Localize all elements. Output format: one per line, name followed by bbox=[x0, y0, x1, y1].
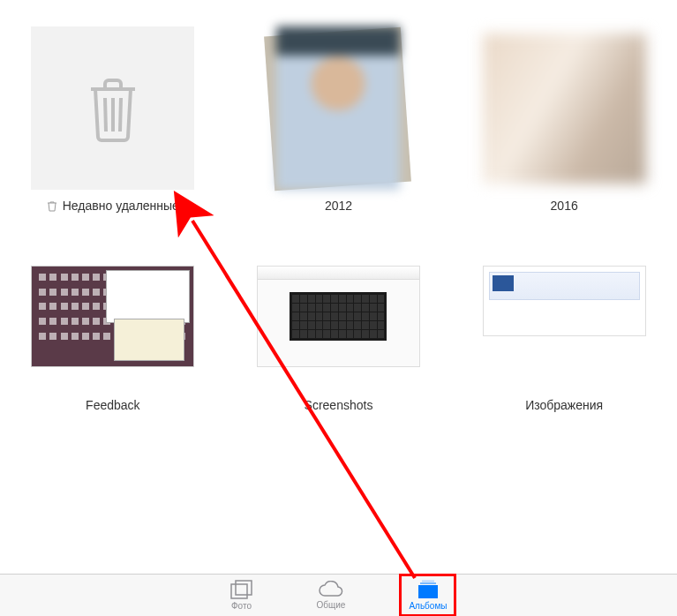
album-label: Feedback bbox=[86, 398, 139, 412]
album-thumb-recently-deleted bbox=[31, 26, 194, 190]
album-label: 2012 bbox=[325, 199, 352, 213]
svg-rect-6 bbox=[420, 582, 436, 584]
album-2012[interactable]: 2012 bbox=[252, 26, 425, 213]
album-label-row: Недавно удаленные bbox=[47, 199, 179, 213]
albums-icon bbox=[417, 580, 440, 599]
tab-albums[interactable]: Альбомы bbox=[403, 578, 452, 612]
album-label-row: 2012 bbox=[325, 199, 352, 213]
album-label: Изображения bbox=[525, 398, 603, 412]
svg-line-0 bbox=[105, 98, 106, 131]
album-label: 2016 bbox=[551, 199, 578, 213]
album-recently-deleted[interactable]: Недавно удаленные bbox=[26, 26, 199, 213]
svg-rect-7 bbox=[422, 581, 434, 582]
tab-photos[interactable]: Фото bbox=[225, 578, 259, 612]
tab-shared[interactable]: Общие bbox=[312, 579, 351, 612]
svg-line-2 bbox=[120, 98, 121, 131]
album-thumb-screenshots bbox=[257, 248, 420, 389]
album-screenshots[interactable]: Screenshots bbox=[252, 248, 425, 412]
album-label: Недавно удаленные bbox=[63, 199, 179, 213]
trash-icon bbox=[82, 73, 144, 144]
album-label-row: Screenshots bbox=[305, 398, 373, 412]
album-thumb-images bbox=[483, 248, 646, 389]
album-label-row: 2016 bbox=[551, 199, 578, 213]
album-thumb-2016 bbox=[483, 26, 646, 190]
album-thumb-feedback bbox=[31, 248, 194, 389]
album-2016[interactable]: 2016 bbox=[478, 26, 651, 213]
tab-label: Альбомы bbox=[409, 601, 447, 611]
cloud-icon bbox=[318, 581, 344, 598]
album-label: Screenshots bbox=[305, 398, 373, 412]
svg-rect-4 bbox=[236, 581, 252, 595]
photos-icon bbox=[230, 580, 253, 599]
albums-grid: Недавно удаленные 2012 2016 bbox=[0, 0, 677, 412]
tab-label: Общие bbox=[317, 600, 346, 610]
album-label-row: Изображения bbox=[525, 398, 603, 412]
tab-bar: Фото Общие Альбомы bbox=[0, 574, 677, 616]
trash-mini-icon bbox=[47, 200, 57, 212]
album-images[interactable]: Изображения bbox=[478, 248, 651, 412]
album-feedback[interactable]: Feedback bbox=[26, 248, 199, 412]
tab-label: Фото bbox=[231, 601, 252, 611]
svg-rect-3 bbox=[231, 584, 247, 598]
album-label-row: Feedback bbox=[86, 398, 139, 412]
album-thumb-2012 bbox=[257, 26, 420, 190]
svg-rect-5 bbox=[418, 585, 438, 598]
